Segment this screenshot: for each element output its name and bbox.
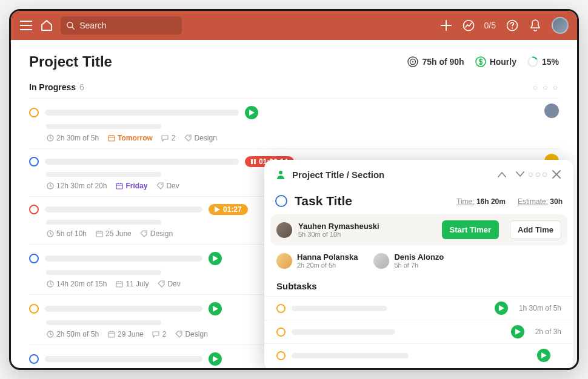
task-status-toggle[interactable]: [29, 304, 39, 314]
task-time: 2h 30m of 5h: [46, 134, 99, 142]
speed-icon[interactable]: [463, 19, 475, 32]
subtask-row[interactable]: [264, 343, 573, 367]
svg-rect-13: [254, 159, 256, 164]
tag-icon: [157, 280, 165, 288]
task-due: Tomorrow: [107, 134, 153, 142]
start-timer-button[interactable]: Start Timer: [442, 220, 499, 239]
subtask-title-placeholder: [292, 306, 387, 311]
task-time: 5h of 10h: [46, 229, 87, 238]
subtask-status-toggle[interactable]: [276, 328, 286, 337]
task-time: 2h 50m of 5h: [46, 330, 99, 338]
play-button[interactable]: [495, 302, 508, 315]
task-status-toggle[interactable]: [29, 157, 39, 166]
task-comments[interactable]: 2: [152, 330, 167, 338]
breadcrumb[interactable]: Project Title / Section: [292, 170, 384, 180]
clock-icon: [46, 280, 54, 288]
task-time: 14h 20m of 15h: [46, 280, 107, 288]
home-icon[interactable]: [40, 19, 53, 32]
search-box[interactable]: [61, 16, 182, 35]
search-input[interactable]: [79, 21, 176, 30]
close-icon[interactable]: [550, 168, 563, 180]
subtask-row[interactable]: 2h of 3h: [264, 320, 573, 343]
assignee-avatar[interactable]: [544, 104, 559, 118]
play-button[interactable]: [209, 352, 222, 366]
assignee-time: 5h of 7h: [394, 262, 444, 269]
add-time-button[interactable]: Add Time: [510, 220, 561, 239]
task-comments[interactable]: 2: [161, 134, 176, 142]
task-row[interactable]: 2h 30m of 5hTomorrow2Design: [29, 98, 559, 148]
svg-rect-21: [116, 282, 122, 287]
next-task-icon[interactable]: [514, 168, 526, 180]
timer-pill[interactable]: 01:27: [209, 204, 248, 215]
section-header: In Progress 6 ○ ○ ○: [11, 79, 577, 98]
topbar: 0/5: [11, 11, 577, 40]
prev-task-icon[interactable]: [496, 168, 508, 180]
task-status-toggle[interactable]: [29, 354, 39, 364]
svg-rect-10: [109, 136, 115, 141]
task-subtitle-placeholder: [46, 172, 161, 177]
task-date: 11 July: [115, 280, 149, 288]
subtask-time: 2h of 3h: [535, 328, 561, 336]
play-button[interactable]: [537, 349, 550, 362]
calendar-icon: [95, 230, 103, 238]
progress-ring-icon: [527, 56, 538, 67]
task-status-toggle[interactable]: [29, 254, 39, 263]
user-avatar[interactable]: [552, 17, 569, 34]
task-time: 12h 30m of 20h: [46, 182, 107, 190]
avatar: [373, 253, 389, 269]
panel-header: Project Title / Section ○○○: [264, 160, 573, 188]
assignee-name: Hanna Polanska: [297, 252, 358, 262]
calendar-icon: [115, 182, 123, 190]
svg-point-29: [279, 171, 282, 174]
clock-icon: [46, 331, 54, 338]
subtask-status-toggle[interactable]: [276, 351, 286, 360]
panel-more-icon[interactable]: ○○○: [532, 168, 544, 180]
search-icon: [67, 21, 75, 30]
task-title-placeholder: [45, 255, 202, 262]
add-icon[interactable]: [439, 19, 453, 32]
task-title-placeholder: [45, 206, 202, 213]
app-window: 0/5 Project Title 75h of 90h Hourly 15%: [9, 9, 579, 370]
task-subtitle-placeholder: [46, 220, 161, 225]
task-title-placeholder: [45, 306, 202, 312]
subtask-title-placeholder: [292, 329, 395, 335]
clock-icon: [46, 134, 54, 142]
assignee-name: Denis Alonzo: [394, 252, 444, 262]
subtask-list: 1h 30m of 5h2h of 3h: [264, 296, 573, 367]
task-tag: Dev: [156, 182, 179, 190]
task-due: Friday: [115, 182, 147, 190]
play-button[interactable]: [245, 106, 258, 119]
assignee-time: 5h 30m of 10h: [298, 231, 379, 238]
subtask-status-toggle[interactable]: [276, 304, 286, 313]
task-status-toggle[interactable]: [29, 205, 39, 214]
menu-icon[interactable]: [19, 19, 33, 32]
subtask-row[interactable]: 1h 30m of 5h: [264, 296, 573, 320]
clock-icon: [46, 230, 54, 238]
task-subtitle-placeholder: [46, 124, 161, 129]
svg-point-22: [162, 282, 163, 283]
assignee: Hanna Polanska2h 20m of 5h: [276, 252, 358, 269]
calendar-icon: [115, 280, 123, 288]
task-status-toggle[interactable]: [29, 108, 39, 117]
play-button[interactable]: [209, 302, 222, 315]
subtask-time: 1h 30m of 5h: [519, 304, 561, 312]
svg-rect-12: [251, 159, 253, 164]
section-more-icon[interactable]: ○ ○ ○: [533, 82, 559, 92]
other-assignees: Hanna Polanska2h 20m of 5hDenis Alonzo5h…: [264, 245, 573, 272]
help-icon[interactable]: [506, 19, 519, 32]
play-button[interactable]: [209, 252, 222, 265]
assignee-time: 2h 20m of 5h: [297, 262, 358, 269]
section-label: In Progress: [29, 82, 76, 92]
bell-icon[interactable]: [529, 19, 542, 32]
primary-assignee: Yauhen Rymasheuski 5h 30m of 10h Start T…: [270, 214, 567, 245]
play-button[interactable]: [511, 325, 524, 338]
subtask-title-placeholder: [292, 353, 409, 358]
billing-stat: Hourly: [475, 56, 516, 67]
task-tag: Design: [175, 330, 207, 338]
task-subtitle-placeholder: [46, 320, 161, 325]
task-tag: Dev: [157, 280, 180, 288]
task-complete-toggle[interactable]: [275, 195, 287, 207]
target-icon: [407, 56, 418, 67]
comment-icon: [152, 331, 160, 338]
subtasks-heading: Subtasks: [264, 272, 573, 296]
